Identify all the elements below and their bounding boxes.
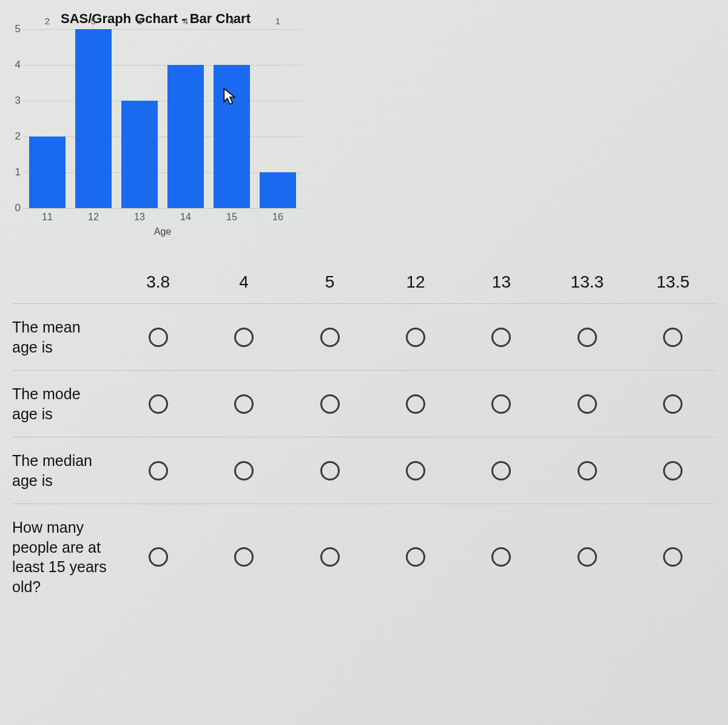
matrix-option-cell xyxy=(630,394,716,414)
matrix-column-header: 5 xyxy=(287,272,372,292)
chart-bar xyxy=(167,65,204,208)
matrix-option-cell xyxy=(201,461,286,481)
bar-chart: SAS/Graph Gchart - Bar Chart Age 0123452… xyxy=(6,5,303,241)
chart-y-tick: 1 xyxy=(10,166,21,178)
matrix-option-cell xyxy=(630,547,716,567)
matrix-option-cell xyxy=(630,328,716,347)
radio-button[interactable] xyxy=(149,328,168,347)
matrix-column-header: 13.5 xyxy=(630,272,716,292)
question-matrix: 3.845121313.313.5 The mean age isThe mod… xyxy=(12,261,716,610)
radio-button[interactable] xyxy=(406,394,425,414)
radio-button[interactable] xyxy=(234,328,254,347)
chart-x-tick: 16 xyxy=(260,212,296,223)
chart-bar-value-label: 3 xyxy=(121,16,158,101)
radio-button[interactable] xyxy=(406,328,425,347)
radio-button[interactable] xyxy=(578,328,597,347)
radio-button[interactable] xyxy=(320,547,340,567)
chart-bar xyxy=(121,101,158,208)
matrix-option-cell xyxy=(544,461,630,481)
chart-bar-value-label: 2 xyxy=(29,16,66,137)
matrix-row-label: The mode age is xyxy=(12,384,115,423)
radio-button[interactable] xyxy=(491,461,511,481)
chart-y-tick: 0 xyxy=(10,202,21,214)
radio-button[interactable] xyxy=(234,547,254,567)
chart-bar-value-label: 5 xyxy=(75,16,112,29)
matrix-option-cell xyxy=(115,394,201,414)
matrix-option-cell xyxy=(372,394,458,414)
radio-button[interactable] xyxy=(578,394,597,414)
chart-bar-value-label: 4 xyxy=(167,16,204,65)
matrix-option-cell xyxy=(287,394,372,414)
matrix-option-cell xyxy=(287,461,372,481)
radio-button[interactable] xyxy=(406,461,425,481)
chart-x-tick: 13 xyxy=(121,212,158,223)
matrix-option-cell xyxy=(459,328,544,347)
chart-x-tick: 14 xyxy=(167,212,204,223)
matrix-option-cell xyxy=(459,461,544,481)
matrix-column-header: 12 xyxy=(372,272,458,292)
matrix-row: The mode age is xyxy=(12,370,716,437)
radio-button[interactable] xyxy=(234,461,254,481)
radio-button[interactable] xyxy=(320,461,340,481)
matrix-row-label: The mean age is xyxy=(12,317,115,357)
matrix-row: How many people are at least 15 years ol… xyxy=(12,504,716,610)
matrix-row: The median age is xyxy=(12,437,716,504)
matrix-option-cell xyxy=(201,394,286,414)
radio-button[interactable] xyxy=(491,394,511,414)
matrix-option-cell xyxy=(544,394,630,414)
radio-button[interactable] xyxy=(663,394,682,414)
chart-bar xyxy=(29,137,66,208)
radio-button[interactable] xyxy=(149,461,168,481)
matrix-option-cell xyxy=(115,328,201,347)
matrix-option-cell xyxy=(115,461,201,481)
radio-button[interactable] xyxy=(491,547,511,567)
chart-y-tick: 4 xyxy=(10,59,21,71)
matrix-row-label: The median age is xyxy=(12,451,115,490)
matrix-column-header: 13.3 xyxy=(544,272,630,292)
radio-button[interactable] xyxy=(663,547,682,567)
radio-button[interactable] xyxy=(578,461,597,481)
radio-button[interactable] xyxy=(234,394,254,414)
radio-button[interactable] xyxy=(149,547,168,567)
matrix-option-cell xyxy=(287,328,372,347)
matrix-option-cell xyxy=(201,547,286,567)
chart-x-tick: 15 xyxy=(214,212,250,223)
chart-y-tick: 2 xyxy=(10,130,21,143)
matrix-column-header: 13 xyxy=(459,272,544,292)
matrix-option-cell xyxy=(544,328,630,347)
matrix-option-cell xyxy=(115,547,201,567)
matrix-option-cell xyxy=(372,461,458,481)
chart-bar xyxy=(75,29,112,208)
matrix-row: The mean age is xyxy=(12,303,716,370)
chart-gridline xyxy=(23,208,302,209)
matrix-option-cell xyxy=(544,547,630,567)
matrix-option-cell xyxy=(372,547,458,567)
matrix-row-label: How many people are at least 15 years ol… xyxy=(12,518,115,596)
matrix-column-header: 3.8 xyxy=(115,272,201,292)
radio-button[interactable] xyxy=(320,328,340,347)
matrix-option-cell xyxy=(372,328,458,347)
matrix-header-row: 3.845121313.313.5 xyxy=(12,261,716,303)
radio-button[interactable] xyxy=(406,547,425,567)
radio-button[interactable] xyxy=(663,328,682,347)
matrix-option-cell xyxy=(201,328,286,347)
matrix-option-cell xyxy=(287,547,372,567)
radio-button[interactable] xyxy=(663,461,682,481)
chart-bar-value-label: 1 xyxy=(260,16,296,172)
matrix-option-cell xyxy=(630,461,716,481)
radio-button[interactable] xyxy=(491,328,511,347)
chart-x-tick: 12 xyxy=(75,212,112,223)
chart-bar xyxy=(260,172,296,208)
chart-x-axis-label: Age xyxy=(23,226,302,237)
chart-x-tick: 11 xyxy=(29,212,66,223)
radio-button[interactable] xyxy=(320,394,340,414)
matrix-option-cell xyxy=(459,394,544,414)
radio-button[interactable] xyxy=(578,547,597,567)
chart-bar xyxy=(214,65,250,208)
matrix-option-cell xyxy=(459,547,544,567)
matrix-column-header: 4 xyxy=(201,272,286,292)
chart-bar-value-label: 4 xyxy=(214,16,250,65)
chart-y-tick: 3 xyxy=(10,95,21,107)
radio-button[interactable] xyxy=(149,394,168,414)
chart-plot-area: Age 012345211512313414415116 xyxy=(23,29,302,208)
